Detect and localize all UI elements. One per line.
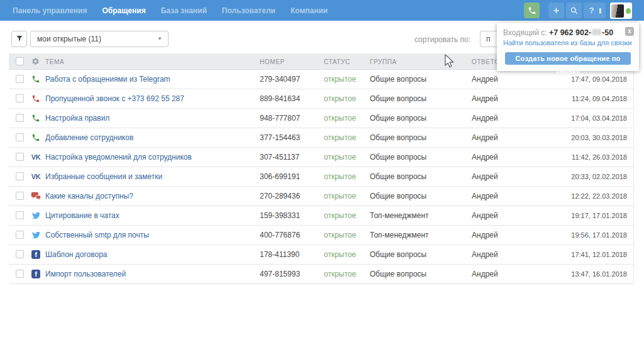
ticket-status: открытое: [324, 245, 356, 265]
row-checkbox[interactable]: [16, 211, 24, 219]
ticket-theme-link[interactable]: Шаблон договора: [45, 245, 108, 265]
ticket-assignee: Андрей: [472, 148, 498, 167]
nav-item-2[interactable]: Обращения: [102, 6, 145, 15]
ticket-number: 889-841634: [260, 89, 300, 109]
ticket-assignee: Андрей: [472, 265, 498, 284]
ticket-status: открытое: [324, 148, 356, 167]
table-row[interactable]: VK Избранные сообщения и заметки 306-699…: [9, 167, 633, 187]
ticket-theme-link[interactable]: Настройка правил: [45, 109, 109, 128]
table-body: Работа с обращениями из Telegram 279-340…: [9, 70, 633, 284]
table-row[interactable]: Пропущенной звонок с +373 692 55 287 889…: [9, 89, 633, 109]
ticket-number: 279-340497: [260, 70, 300, 89]
nav-item-4[interactable]: Пользователи: [222, 6, 275, 15]
ticket-theme-link[interactable]: Добавление сотрудников: [45, 128, 133, 148]
incoming-call-icon: [30, 75, 42, 84]
caller-phone-prefix: +7 962 902-: [549, 28, 591, 37]
row-checkbox[interactable]: [16, 270, 24, 278]
ticket-status: открытое: [324, 265, 356, 284]
facebook-icon: f: [30, 250, 42, 259]
ticket-time: 12:22, 22.03.2018: [571, 187, 627, 206]
table-row[interactable]: VK Настройка уведомлений для сотрудников…: [9, 148, 633, 167]
ticket-time: 13:47, 16.01.2018: [571, 265, 627, 284]
help-button[interactable]: ?: [584, 3, 599, 18]
filter-button[interactable]: [11, 31, 27, 47]
avatar: [611, 4, 624, 18]
row-checkbox[interactable]: [16, 133, 24, 141]
ticket-status: открытое: [324, 226, 356, 245]
table-row[interactable]: Добавление сотрудников 377-154463 открыт…: [9, 128, 633, 148]
ticket-group: Общие вопросы: [370, 70, 426, 89]
search-button[interactable]: [566, 3, 582, 18]
ticket-theme-link[interactable]: Работа с обращениями из Telegram: [45, 70, 170, 89]
row-checkbox[interactable]: [16, 75, 24, 83]
header-theme[interactable]: ТЕМА: [45, 58, 64, 65]
filter-dropdown[interactable]: мои открытые (11) ▼: [30, 31, 169, 47]
chat-icon: [30, 192, 42, 200]
search-icon: [570, 6, 579, 15]
row-checkbox[interactable]: [16, 114, 24, 122]
ticket-status: открытое: [324, 89, 356, 109]
row-checkbox[interactable]: [16, 94, 24, 102]
header-status[interactable]: СТАТУС: [324, 58, 350, 65]
table-row[interactable]: Собственный smtp для почты 400-776876 от…: [9, 226, 633, 245]
incoming-call-icon: [30, 133, 42, 142]
ticket-time: 19:56, 17.01.2018: [571, 226, 627, 245]
row-checkbox[interactable]: [16, 250, 24, 258]
user-avatar-button[interactable]: [610, 3, 632, 19]
row-checkbox[interactable]: [16, 172, 24, 180]
top-navbar: Панель управленияОбращенияБаза знанийПол…: [0, 0, 644, 21]
row-checkbox[interactable]: [16, 153, 24, 161]
select-all-checkbox[interactable]: [16, 57, 24, 65]
ticket-theme-link[interactable]: Собственный smtp для почты: [45, 226, 149, 245]
add-icon: +: [553, 6, 559, 16]
ticket-theme-link[interactable]: Настройка уведомлений для сотрудников: [45, 148, 192, 167]
vk-icon: VK: [30, 153, 42, 162]
gear-icon[interactable]: [31, 57, 40, 65]
ticket-time: 20:33, 02.02.2018: [571, 167, 627, 187]
create-ticket-from-call-button[interactable]: Создать новое обращение по звонку: [505, 52, 631, 65]
nav-item-5[interactable]: Компании: [291, 6, 328, 15]
ticket-time: 17:04, 03.04.2018: [571, 109, 627, 128]
help-icon: ?: [589, 6, 594, 15]
ticket-status: открытое: [324, 70, 356, 89]
presence-dot-icon: [626, 8, 631, 14]
table-row[interactable]: Цитирование в чатах 159-398331 открытое …: [9, 206, 633, 226]
ticket-status: открытое: [324, 206, 356, 226]
caller-phone-suffix: -50: [602, 28, 613, 37]
table-row[interactable]: Настройка правил 948-777807 открытое Общ…: [9, 109, 633, 128]
incoming-label: Входящий с:: [503, 28, 547, 37]
incoming-call-line: Входящий с: +7 962 902--50: [503, 28, 633, 37]
ticket-status: открытое: [324, 167, 356, 187]
table-row[interactable]: Какие каналы доступны? 270-289436 открыт…: [9, 187, 633, 206]
ticket-group: Топ-менеджмент: [370, 206, 429, 226]
row-checkbox[interactable]: [16, 231, 24, 239]
ticket-theme-link[interactable]: Цитирование в чатах: [45, 206, 119, 226]
ticket-group: Общие вопросы: [370, 109, 426, 128]
add-button[interactable]: +: [548, 3, 564, 18]
header-group[interactable]: ГРУППА: [370, 58, 397, 65]
ticket-group: Общие вопросы: [370, 265, 426, 284]
table-row[interactable]: f Шаблон договора 178-411390 открытое Об…: [9, 245, 633, 265]
row-checkbox[interactable]: [16, 192, 24, 200]
nav-item-1[interactable]: Панель управления: [13, 6, 87, 15]
close-icon[interactable]: x: [625, 27, 634, 36]
nav-item-3[interactable]: База знаний: [161, 6, 207, 15]
vk-icon: VK: [30, 172, 42, 181]
ticket-time: 17:41, 12.01.2018: [571, 245, 627, 265]
missed-call-icon: [30, 94, 42, 103]
ticket-theme-link[interactable]: Импорт пользователей: [45, 265, 126, 284]
ticket-assignee: Андрей: [472, 109, 498, 128]
ticket-status: открытое: [324, 128, 356, 148]
facebook-icon: f: [30, 270, 42, 278]
ticket-number: 948-777807: [260, 109, 300, 128]
table-row[interactable]: Работа с обращениями из Telegram 279-340…: [9, 70, 633, 89]
link-user-lookup[interactable]: Найти пользователя из базы для связки: [503, 39, 633, 47]
twitter-icon: [30, 231, 42, 239]
ticket-theme-link[interactable]: Какие каналы доступны?: [45, 187, 133, 206]
ticket-theme-link[interactable]: Избранные сообщения и заметки: [45, 167, 162, 187]
header-number[interactable]: НОМЕР: [260, 58, 285, 65]
phone-call-button[interactable]: [524, 3, 540, 18]
ticket-theme-link[interactable]: Пропущенной звонок с +373 692 55 287: [45, 89, 184, 109]
ticket-number: 306-699191: [260, 167, 300, 187]
table-row[interactable]: f Импорт пользователей 497-815993 открыт…: [9, 265, 633, 284]
